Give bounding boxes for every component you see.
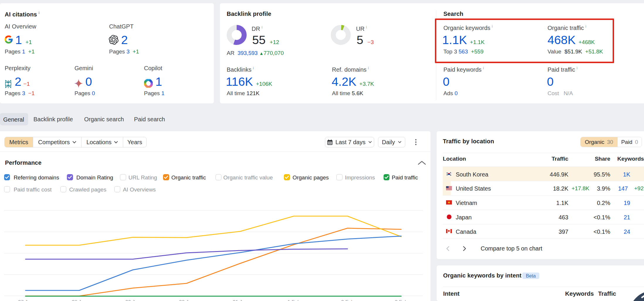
svg-text:30 Jan: 30 Jan (179, 299, 194, 301)
svg-text:27 Jan: 27 Jan (18, 299, 33, 301)
svg-text:29 Jan: 29 Jan (125, 299, 140, 301)
svg-text:2 Feb: 2 Feb (341, 299, 354, 301)
svg-text:31 Jan: 31 Jan (233, 299, 248, 301)
svg-text:1 Feb: 1 Feb (287, 299, 300, 301)
svg-text:28 Jan: 28 Jan (72, 299, 87, 301)
svg-text:3 Feb: 3 Feb (395, 299, 407, 301)
